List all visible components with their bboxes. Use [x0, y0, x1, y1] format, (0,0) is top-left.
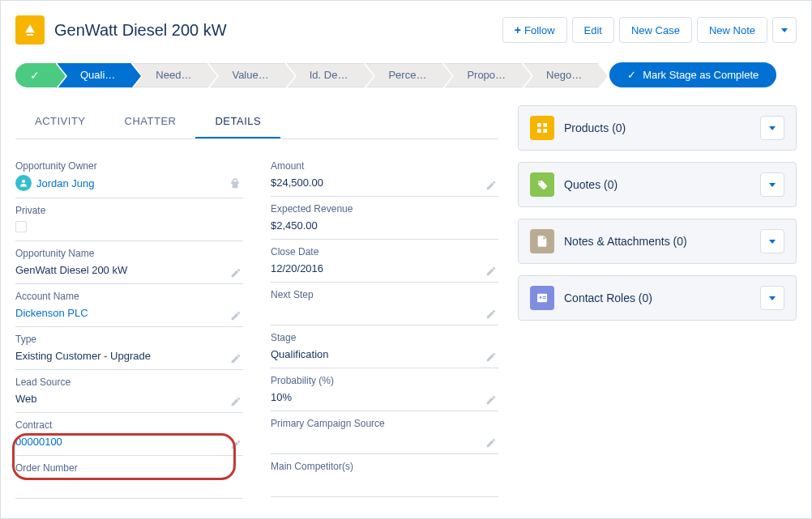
- field-close-date: Close Date12/20/2016: [271, 240, 498, 283]
- field-opportunity-owner: Opportunity OwnerJordan Jung: [15, 154, 243, 198]
- details-grid: Opportunity OwnerJordan JungPrivateOppor…: [15, 154, 498, 499]
- right-column: Products (0)Quotes (0)Notes & Attachment…: [518, 105, 797, 499]
- field-value: 00000100: [15, 434, 243, 449]
- products-icon: [530, 116, 554, 140]
- field-stage: StageQualification: [271, 325, 498, 368]
- edit-icon[interactable]: [230, 310, 241, 321]
- field-value: GenWatt Diesel 200 kW: [15, 262, 243, 277]
- plus-icon: +: [515, 23, 521, 36]
- field-type: TypeExisting Customer - Upgrade: [15, 327, 243, 370]
- field-label: Order Number: [15, 462, 243, 474]
- field-value-text: Jordan Jung: [36, 177, 95, 189]
- follow-label: Follow: [524, 24, 555, 36]
- stage-item[interactable]: Perce…: [365, 63, 442, 87]
- field-label: Next Step: [271, 289, 498, 300]
- card-expand-button[interactable]: [760, 172, 784, 197]
- edit-icon[interactable]: [230, 396, 241, 407]
- edit-icon[interactable]: [230, 439, 241, 450]
- field-value: $24,500.00: [271, 175, 498, 189]
- stage-item[interactable]: Id. De…: [287, 63, 365, 87]
- field-value: Dickenson PLC: [15, 305, 243, 320]
- stage-item[interactable]: Quali…: [58, 63, 131, 87]
- edit-icon[interactable]: [485, 266, 497, 277]
- check-icon: ✓: [30, 69, 40, 82]
- field-label: Contract: [15, 419, 243, 431]
- mark-stage-label: Mark Stage as Complete: [643, 69, 759, 81]
- field-value: Jordan Jung: [15, 175, 243, 191]
- check-icon: ✓: [627, 69, 636, 81]
- field-primary-campaign-source: Primary Campaign Source: [271, 411, 498, 454]
- change-owner-icon[interactable]: [229, 177, 241, 193]
- field-amount: Amount$24,500.00: [271, 154, 498, 197]
- new-case-button[interactable]: New Case: [619, 17, 692, 43]
- field-expected-revenue: Expected Revenue$2,450.00: [271, 197, 498, 240]
- edit-button[interactable]: Edit: [572, 17, 614, 43]
- svg-rect-4: [543, 129, 547, 133]
- stage-complete[interactable]: ✓: [15, 63, 56, 87]
- card-expand-button[interactable]: [760, 116, 784, 140]
- stage-item[interactable]: Value…: [209, 63, 284, 87]
- page-header: GenWatt Diesel 200 kW +Follow Edit New C…: [1, 1, 811, 59]
- field-label: Stage: [271, 332, 498, 343]
- field-private: Private: [15, 198, 243, 241]
- page-root: GenWatt Diesel 200 kW +Follow Edit New C…: [0, 0, 812, 519]
- field-value-text: Existing Customer - Upgrade: [15, 350, 151, 362]
- tab-details[interactable]: DETAILS: [195, 105, 280, 138]
- card-title[interactable]: Contact Roles (0): [564, 291, 760, 304]
- card-expand-button[interactable]: [760, 229, 784, 253]
- field-value: 10%: [271, 389, 498, 404]
- related-card-quotes: Quotes (0): [518, 162, 797, 207]
- field-value-text: $2,450.00: [271, 219, 318, 232]
- svg-rect-1: [537, 123, 541, 127]
- stage-item[interactable]: Nego…: [524, 63, 598, 87]
- mark-stage-complete-button[interactable]: ✓Mark Stage as Complete: [609, 62, 776, 87]
- stage-item[interactable]: Need…: [133, 63, 207, 87]
- chevron-down-icon: [769, 183, 776, 187]
- card-title[interactable]: Quotes (0): [564, 178, 760, 191]
- field-order-number: Order Number: [15, 456, 243, 499]
- svg-rect-7: [543, 296, 546, 297]
- field-value: [271, 475, 498, 490]
- chevron-down-icon: [769, 240, 776, 244]
- stage-path: ✓ Quali… Need… Value… Id. De… Perce… Pro…: [1, 59, 811, 96]
- edit-icon[interactable]: [230, 353, 241, 364]
- related-card-contacts: Contact Roles (0): [518, 275, 797, 321]
- page-title: GenWatt Diesel 200 kW: [54, 21, 502, 40]
- field-value: [271, 304, 498, 318]
- left-column: ACTIVITY CHATTER DETAILS Opportunity Own…: [15, 105, 498, 499]
- follow-button[interactable]: +Follow: [502, 17, 567, 43]
- svg-rect-2: [543, 123, 547, 127]
- new-note-button[interactable]: New Note: [697, 17, 767, 43]
- field-value: [15, 477, 243, 491]
- field-value-text: 00000100: [15, 436, 62, 448]
- contacts-icon: [530, 286, 554, 310]
- checkbox[interactable]: [15, 221, 27, 232]
- field-main-competitor-s-: Main Competitor(s): [271, 454, 498, 497]
- header-actions: +Follow Edit New Case New Note: [502, 17, 797, 43]
- field-next-step: Next Step: [271, 283, 498, 325]
- field-label: Probability (%): [271, 375, 498, 386]
- edit-icon[interactable]: [485, 180, 497, 191]
- tab-chatter[interactable]: CHATTER: [105, 105, 196, 138]
- edit-icon[interactable]: [485, 351, 497, 363]
- card-title[interactable]: Notes & Attachments (0): [564, 235, 760, 248]
- field-value-text: GenWatt Diesel 200 kW: [15, 264, 127, 276]
- field-label: Primary Campaign Source: [271, 418, 498, 429]
- edit-icon[interactable]: [485, 394, 497, 406]
- notes-icon: [530, 229, 554, 253]
- edit-icon[interactable]: [485, 308, 497, 320]
- tabs: ACTIVITY CHATTER DETAILS: [15, 105, 498, 139]
- card-expand-button[interactable]: [760, 286, 784, 310]
- more-actions-button[interactable]: [772, 17, 797, 43]
- field-probability-: Probability (%)10%: [271, 368, 498, 411]
- tab-activity[interactable]: ACTIVITY: [15, 105, 105, 138]
- field-value-text: Qualification: [271, 348, 329, 360]
- field-value: 12/20/2016: [271, 261, 498, 275]
- field-value-text: 10%: [271, 391, 292, 403]
- edit-icon[interactable]: [230, 267, 241, 279]
- stage-item[interactable]: Propo…: [444, 63, 522, 87]
- edit-icon[interactable]: [485, 437, 497, 449]
- field-label: Account Name: [15, 291, 243, 302]
- card-title[interactable]: Products (0): [564, 121, 760, 134]
- field-label: Close Date: [271, 246, 498, 257]
